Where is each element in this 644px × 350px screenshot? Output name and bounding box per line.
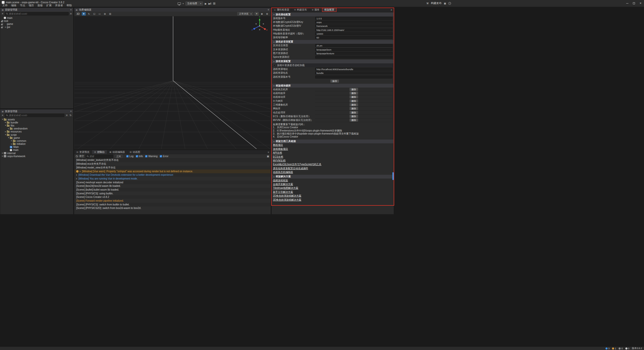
section-header-modules[interactable]: 框架模块裁剪 [272,84,393,88]
axis-gizmo[interactable]: Y X Z [252,16,268,31]
delete-module-button[interactable]: 删除 [349,95,358,99]
log-expand-arrow-icon[interactable] [80,170,81,172]
log-row[interactable]: [Window] Download the Vue Devtools exten… [74,173,270,177]
doc-link[interactable]: 游戏模板项目 [273,147,288,151]
panel-menu-icon[interactable] [268,151,269,154]
lock-icon[interactable] [1,26,3,28]
property-input[interactable]: oops [315,21,392,24]
panel-menu-icon[interactable] [70,8,72,11]
regex-toggle-button[interactable]: 正则 [115,155,123,158]
solution-link[interactable]: 战棋游戏框架 [273,179,288,182]
asset-node[interactable]: resources [0,130,73,133]
log-row[interactable]: [Scene] Forward render pipeline initiali… [74,199,270,203]
hierarchy-node[interactable]: game [0,22,73,25]
asset-node[interactable]: initialize [0,143,73,146]
property-input[interactable]: framework [315,24,392,27]
delete-module-button[interactable]: 删除 [349,99,358,103]
assets-search-input[interactable] [9,114,63,117]
delete-module-button[interactable]: 删除 [349,111,358,114]
message-count[interactable]: 0 [625,347,629,350]
move-tool-icon[interactable] [82,12,86,16]
log-row[interactable]: [Window] You are running Vue in developm… [74,177,270,181]
section-header-resource[interactable]: 游戏资源配置 [272,60,393,63]
create-asset-button[interactable] [1,114,4,117]
asset-node[interactable]: game [0,136,73,139]
inspector-tab[interactable]: ⚒ 构建发布 [292,8,309,12]
expand-arrow-icon[interactable] [10,143,13,145]
property-input[interactable]: zh,en [315,44,392,47]
console-tab[interactable]: ▤ 资源预览 [74,150,92,154]
asset-node[interactable]: assets [0,118,73,121]
expand-arrow-icon[interactable] [7,137,10,139]
scene-settings-icon[interactable] [265,12,269,16]
inspector-tab[interactable]: ⚙ 服务 [309,8,322,12]
expand-arrow-icon[interactable] [4,26,7,28]
property-input[interactable] [315,56,392,59]
log-row[interactable]: [Window] [Vue warn]: Property "onInput" … [74,169,270,173]
section-header-basic[interactable]: 游戏基础配置 [272,13,393,16]
delete-module-button[interactable]: 删除 [349,88,358,91]
menu-item[interactable]: 面板 [36,4,45,7]
checkbox-checked-icon[interactable] [160,155,162,157]
close-button[interactable] [639,2,641,5]
checkbox-checked-icon[interactable] [145,155,147,157]
doc-link[interactable]: MVVM文档 [273,159,286,162]
checkbox-checked-icon[interactable] [136,155,138,157]
section-header-solutions[interactable]: 框架解决方案 [272,175,393,179]
hierarchy-node[interactable]: main [0,16,73,19]
doc-link[interactable]: 教程项目 [273,143,283,147]
expand-arrow-icon[interactable] [4,134,7,136]
asset-node[interactable]: internal [0,152,73,155]
log-row[interactable]: [Scene] [PHYSICS]: using builtin. [74,192,270,195]
log-filter[interactable]: Info [136,155,143,158]
doc-link[interactable]: API文档 [273,151,282,155]
menu-item[interactable]: 编辑 [9,4,18,7]
log-row[interactable]: [Window] ecs文件夹不存在 [74,162,270,166]
log-row[interactable]: [Scene] [bullet]:bullet wasm lib loaded. [74,188,270,192]
save-button[interactable]: 保存 [330,79,339,83]
log-filter[interactable]: Warning [145,155,157,158]
console-search-input[interactable] [89,155,112,158]
panel-menu-icon[interactable] [70,110,72,113]
build-button[interactable]: 构建发布 [431,2,441,5]
log-filter[interactable]: Error [160,155,168,158]
menu-item[interactable]: 节点 [18,4,27,7]
rect-tool-icon[interactable] [98,12,102,16]
checkbox-checked-icon[interactable] [126,155,129,157]
menu-item[interactable]: 开发者 [53,4,65,7]
expand-arrow-icon[interactable] [1,152,4,154]
asset-node[interactable]: script [0,133,73,136]
console-tab[interactable]: ▥ 控制台 [92,150,107,154]
asset-node[interactable]: main [0,149,73,152]
scale-tool-icon[interactable] [92,12,96,16]
property-input[interactable]: http://localhost:8083/assets/bundle [315,68,392,71]
hierarchy-node[interactable]: gui [0,26,73,29]
property-input[interactable]: language/texture [315,52,392,55]
property-input[interactable]: language/json [315,48,392,51]
solution-link[interactable]: Tiledmap地图解决方案 [273,186,298,190]
log-expand-arrow-icon[interactable] [76,178,77,180]
expand-arrow-icon[interactable] [1,118,4,120]
inspector-tab[interactable]: 框架配置 [322,8,337,12]
delete-module-button[interactable]: 删除 [349,92,358,95]
log-row[interactable]: [Window] model_view文件夹不存在 [74,166,270,169]
log-row[interactable]: [Scene] meshopt wasm decoder initialized [74,181,270,184]
property-input[interactable]: http://192.168.0.150/main/ [315,28,392,31]
minimize-button[interactable] [626,3,628,4]
message-count[interactable]: 1 [612,347,616,350]
asset-node[interactable]: libs [0,124,73,127]
log-row[interactable]: [Scene] [PHYSICS]: switch from builtin t… [74,203,270,206]
section-header-docs[interactable]: 框架文档工具链接 [272,140,393,143]
expand-arrow-icon[interactable] [7,128,10,130]
property-input[interactable]: 1.0.5 [315,17,392,20]
delete-module-button[interactable]: 删除 [349,115,358,118]
pivot-toggle-icon[interactable] [103,12,107,16]
asset-node[interactable]: oops-framework [0,155,73,158]
log-expand-arrow-icon[interactable] [76,174,77,176]
expand-arrow-icon[interactable] [4,124,7,126]
lock-icon[interactable] [1,23,3,25]
log-row[interactable]: [Scene] [box2d]:box2d wasm lib loaded. [74,184,270,188]
preview-layout-icon[interactable] [213,2,215,5]
solution-link[interactable]: 新手引导解决方案 [273,190,293,194]
package-icon[interactable] [444,2,446,5]
